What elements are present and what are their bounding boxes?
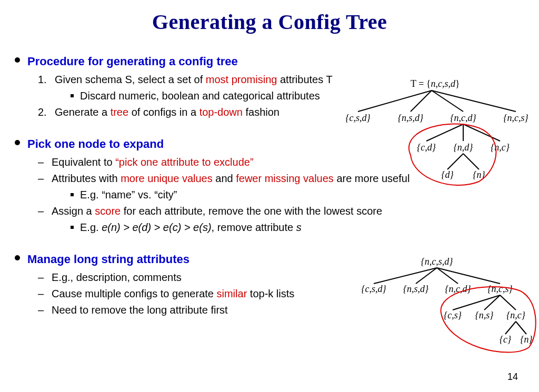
tree-node: {n,c,s}	[503, 113, 528, 123]
text: Assign a	[52, 205, 95, 217]
text-emphasis: more unique values	[121, 173, 213, 184]
tree-node: {n,s,d}	[403, 284, 429, 294]
text-emphasis: top-down	[199, 106, 243, 118]
text: Need to remove the long attribute first	[52, 302, 228, 318]
text: and	[213, 173, 236, 184]
tree-node: {n}	[520, 334, 533, 345]
section-heading: Pick one node to expand	[27, 135, 164, 153]
square-bullet-icon	[71, 94, 74, 97]
tree-node: {n,c}	[506, 310, 526, 320]
svg-line-17	[516, 321, 526, 334]
svg-line-6	[463, 124, 500, 141]
dash-bullet: –	[38, 286, 49, 302]
text-emphasis: score	[95, 205, 121, 217]
list-subitem: E.g. e(n) > e(d) > e(c) > e(s), remove a…	[71, 219, 525, 236]
tree-root-label: T = {n,c,s,d}	[411, 78, 460, 89]
text-emphasis: tree	[111, 106, 128, 118]
config-tree-2: {n,c,s,d} {c,s,d} {n,s,d} {n,c,d} {n,c,s…	[347, 255, 537, 360]
config-tree-1: T = {n,c,s,d} {c,s,d} {n,s,d} {n,c,d} {n…	[337, 74, 537, 189]
list-item: – Assign a score for each attribute, rem…	[38, 203, 525, 219]
text-emphasis: most promising	[206, 74, 277, 85]
list-number: 2.	[38, 104, 51, 120]
text: Given schema S, select a set of	[55, 74, 206, 85]
tree-node: {n,c,s}	[487, 284, 513, 294]
svg-line-8	[463, 154, 479, 169]
svg-line-7	[447, 154, 463, 169]
text: E.g.	[80, 222, 102, 233]
svg-line-9	[374, 268, 437, 284]
math-var: s	[296, 222, 302, 233]
tree-node: {n,c,d}	[450, 113, 476, 123]
tree-node: {n,s,d}	[398, 113, 424, 123]
tree-node: {c,s,d}	[361, 284, 386, 294]
tree-node: {c,s,d}	[345, 113, 371, 123]
square-bullet-icon	[71, 193, 74, 196]
text: attributes T	[277, 74, 332, 85]
svg-line-3	[432, 91, 516, 112]
text-emphasis: similar	[217, 288, 247, 299]
text: fashion	[243, 106, 280, 118]
bullet-icon	[15, 255, 20, 260]
text-emphasis: “pick one attribute to exclude”	[115, 156, 253, 168]
text: for each attribute, remove the one with …	[121, 205, 382, 217]
text: of configs in a	[128, 106, 199, 118]
slide-title: Generating a Config Tree	[0, 9, 539, 34]
tree-node: {n,s}	[475, 310, 494, 320]
dash-bullet: –	[38, 203, 49, 219]
tree-node: {c,d}	[417, 142, 436, 153]
text: E.g., description, comments	[52, 269, 182, 286]
text: top-k lists	[247, 288, 294, 299]
dash-bullet: –	[38, 302, 49, 318]
text-emphasis: fewer missing values	[236, 173, 334, 184]
svg-line-2	[432, 91, 463, 112]
list-number: 1.	[38, 72, 51, 88]
tree-node: {c,s}	[444, 310, 462, 320]
text: , remove attribute	[212, 222, 296, 233]
dash-bullet: –	[38, 170, 49, 187]
bullet-icon	[15, 140, 20, 145]
text: Generate a	[55, 106, 111, 118]
tree-node: {c}	[500, 334, 512, 345]
tree-root: {n,c,s,d}	[421, 256, 454, 267]
text: E.g. “name” vs. “city”	[80, 187, 177, 203]
svg-line-15	[500, 295, 516, 310]
section-heading: Procedure for generating a config tree	[27, 53, 238, 71]
svg-line-16	[505, 321, 516, 334]
tree-node: {n,d}	[454, 142, 474, 153]
text: Discard numeric, boolean and categorical…	[80, 88, 320, 104]
bullet-icon	[15, 57, 20, 63]
svg-line-13	[453, 295, 500, 310]
text: Cause multiple configs to generate	[52, 288, 217, 299]
section-heading: Manage long string attributes	[27, 250, 189, 268]
text: Equivalent to	[52, 156, 115, 168]
page-number: 14	[507, 371, 518, 383]
tree-node: {d}	[441, 169, 454, 180]
svg-line-12	[437, 268, 500, 284]
math-expr: e(n) > e(d) > e(c) > e(s)	[102, 222, 211, 233]
square-bullet-icon	[71, 226, 74, 229]
tree-node: {n,c}	[491, 142, 510, 153]
dash-bullet: –	[38, 269, 49, 286]
text: Attributes with	[52, 173, 121, 184]
dash-bullet: –	[38, 154, 49, 170]
